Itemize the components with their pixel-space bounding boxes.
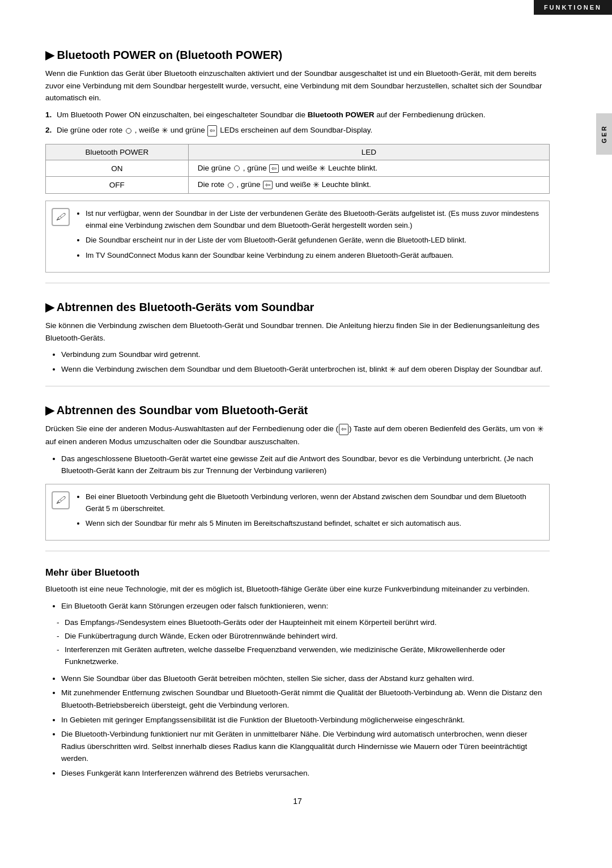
side-tab-text: GER	[601, 125, 607, 143]
list-item: Die Funkübertragung durch Wände, Ecken o…	[57, 630, 550, 643]
list-item: Ein Bluetooth Gerät kann Störungen erzeu…	[61, 600, 550, 612]
table-cell-on-led: Die grüne , grüne ⇦ und weiße ✳ Leuchte …	[188, 160, 549, 177]
list-item: In Gebieten mit geringer Empfangssensibi…	[61, 714, 550, 726]
table-cell-off-led: Die rote , grüne ⇦ und weiße ✳ Leuchte b…	[188, 177, 549, 193]
list-item: Die Soundbar erscheint nur in der Liste …	[86, 235, 540, 246]
table-cell-off: OFF	[46, 177, 189, 193]
section4-heading: Mehr über Bluetooth	[45, 567, 550, 578]
section3-bullets: Das angeschlossene Bluetooth-Gerät warte…	[45, 453, 550, 477]
list-item: Das angeschlossene Bluetooth-Gerät warte…	[61, 453, 550, 477]
list-item: Wenn sich der Soundbar für mehr als 5 Mi…	[86, 518, 540, 530]
section2-heading: ▶ Abtrennen des Bluetooth-Geräts vom Sou…	[45, 300, 550, 314]
note-icon-1: 🖊	[52, 208, 70, 226]
section-divider	[45, 283, 550, 283]
funktionen-label: FUNKTIONEN	[534, 0, 612, 15]
content-area: ▶ Bluetooth POWER on (Bluetooth POWER) W…	[45, 48, 567, 806]
table-row: ON Die grüne , grüne ⇦ und weiße ✳ Leuch…	[46, 160, 550, 177]
section1-intro: Wenn die Funktion das Gerät über Bluetoo…	[45, 67, 550, 104]
list-item: Ist nur verfügbar, wenn der Soundbar in …	[86, 208, 540, 232]
section-divider-3	[45, 551, 550, 551]
table-cell-on: ON	[46, 160, 189, 177]
section4-bullets: Ein Bluetooth Gerät kann Störungen erzeu…	[45, 600, 550, 612]
numbered-list: Um Bluetooth Power ON einzuschalten, bei…	[45, 109, 550, 137]
list-item: Um Bluetooth Power ON einzuschalten, bei…	[45, 109, 550, 121]
list-item: Das Empfangs-/Sendesystem eines Bluetoot…	[57, 616, 550, 629]
table-header-col1: Bluetooth POWER	[46, 144, 189, 160]
table-row: OFF Die rote , grüne ⇦ und weiße ✳ Leuch…	[46, 177, 550, 193]
note-icon-2: 🖊	[52, 491, 70, 509]
section2-intro: Sie können die Verbindung zwischen dem B…	[45, 320, 550, 344]
list-item: Die Bluetooth-Verbindung funktioniert nu…	[61, 728, 550, 765]
note-list-2: Bei einer Bluetooth Verbindung geht die …	[74, 491, 540, 530]
note-box-1: 🖊 Ist nur verfügbar, wenn der Soundbar i…	[45, 201, 550, 273]
section4-dash-list: Das Empfangs-/Sendesystem eines Bluetoot…	[45, 616, 550, 667]
side-tab: GER	[596, 113, 612, 155]
page-number: 17	[45, 797, 550, 806]
page-container: FUNKTIONEN GER ▶ Bluetooth POWER on (Blu…	[0, 0, 612, 868]
list-item: Wenn Sie Soundbar über das Bluetooth Ger…	[61, 673, 550, 685]
table-header-col2: LED	[188, 144, 549, 160]
list-item: Interferenzen mit Geräten auftreten, wel…	[57, 644, 550, 668]
list-item: Dieses Funkgerät kann Interferenzen währ…	[61, 767, 550, 780]
bluetooth-table: Bluetooth POWER LED ON Die grüne , grüne…	[45, 144, 550, 194]
section2-bullets: Verbindung zum Soundbar wird getrennt. W…	[45, 348, 550, 376]
section4-bullets-cont: Wenn Sie Soundbar über das Bluetooth Ger…	[45, 673, 550, 780]
list-item: Bei einer Bluetooth Verbindung geht die …	[86, 491, 540, 515]
note-box-2: 🖊 Bei einer Bluetooth Verbindung geht di…	[45, 484, 550, 541]
section-divider-2	[45, 386, 550, 386]
section3-heading: ▶ Abtrennen des Soundbar vom Bluetooth-G…	[45, 403, 550, 417]
note-list-1: Ist nur verfügbar, wenn der Soundbar in …	[74, 208, 540, 262]
list-item: Verbindung zum Soundbar wird getrennt.	[61, 348, 550, 361]
section1-heading: ▶ Bluetooth POWER on (Bluetooth POWER)	[45, 48, 550, 62]
list-item: Die grüne oder rote , weiße ✳ und grüne …	[45, 124, 550, 137]
section4-intro: Bluetooth ist eine neue Technologie, mit…	[45, 583, 550, 595]
list-item: Wenn die Verbindung zwischen dem Soundba…	[61, 363, 550, 376]
list-item: Mit zunehmender Entfernung zwischen Soun…	[61, 687, 550, 711]
section3-intro: Drücken Sie eine der anderen Modus-Auswa…	[45, 423, 550, 448]
list-item: Im TV SoundConnect Modus kann der Soundb…	[86, 250, 540, 262]
